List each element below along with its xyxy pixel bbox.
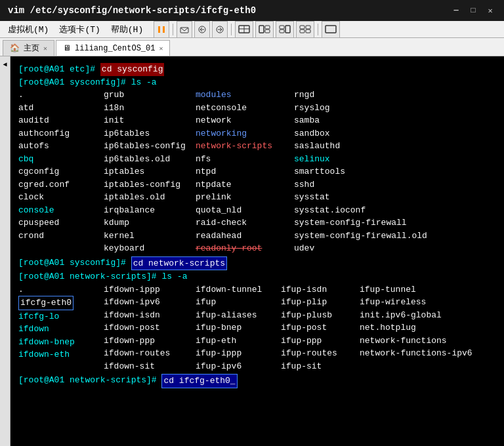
file-col-2: grub i18n init ip6tables ip6tables-confi… [104,89,196,255]
svg-rect-16 [300,26,304,29]
file-col-1: . atd auditd authconfig autofs cbq cgcon… [18,89,104,255]
network-scripts-listing: . ifcfg-eth0 ifcfg-lo ifdown ifdown-bnep… [18,283,496,373]
home-icon: 🏠 [10,43,20,53]
cmd-5: cd ifcfg-eth0_ [161,374,237,388]
ns-col-5: ifup-tunnel ifup-wireless init.ipv6-glob… [360,283,472,373]
svg-rect-20 [326,26,336,33]
svg-rect-1 [163,26,165,33]
file-col-3: modules netconsole network networking ne… [196,89,294,255]
ns-col-3: ifdown-tunnel ifup ifup-aliases ifup-bne… [196,283,281,373]
vm-icon: 🖥 [63,43,71,53]
minimize-button[interactable]: — [450,5,462,16]
menu-bar: 虚拟机(M) 选项卡(T) 帮助(H) [0,21,504,38]
cmd-3: cd network-scripts [131,256,227,271]
prompt-5: [root@A01 network-scripts]# [18,374,161,388]
svg-rect-13 [280,26,284,29]
terminal-line-3: [root@A01 sysconfig]# cd network-scripts [18,256,496,271]
svg-rect-18 [300,30,304,33]
menu-tab[interactable]: 选项卡(T) [54,22,105,37]
toolbar-fullscreen-btn[interactable] [322,21,340,38]
tab-vm-label: liliang_CentOS_01 [75,44,155,53]
svg-rect-11 [265,26,270,29]
terminal[interactable]: [root@A01 etc]# cd sysconfig [root@A01 s… [10,56,504,446]
toolbar-screen3-btn[interactable] [276,21,294,38]
tab-home-label: 主页 [24,43,39,54]
tab-home[interactable]: 🏠 主页 ✕ [3,40,54,56]
title-text: vim /etc/sysconfig/network-scripts/ifcfg… [8,5,450,16]
sidebar-toggle[interactable]: ◀ [0,56,10,446]
title-bar: vim /etc/sysconfig/network-scripts/ifcfg… [0,0,504,21]
terminal-line-4: [root@A01 network-scripts]# ls -a [18,270,496,283]
toolbar-screen2-btn[interactable] [255,21,274,38]
close-button[interactable]: ✕ [484,5,496,16]
svg-rect-19 [306,30,310,33]
cmd-1: cd sysconfig [100,63,165,76]
menu-help[interactable]: 帮助(H) [106,22,148,37]
file-col-4: rngd rsyslog samba sandbox saslauthd sel… [294,89,427,255]
ifcfg-eth0-item: ifcfg-eth0 [18,296,74,310]
tab-vm[interactable]: 🖥 liliang_CentOS_01 ✕ [56,40,170,56]
toolbar-screen1-btn[interactable] [235,21,253,38]
file-listing: . atd auditd authconfig autofs cbq cgcon… [18,89,496,255]
terminal-line-5: [root@A01 network-scripts]# cd ifcfg-eth… [18,374,496,388]
main-content: ◀ [root@A01 etc]# cd sysconfig [root@A01… [0,56,504,446]
app-window: 虚拟机(M) 选项卡(T) 帮助(H) [0,21,504,446]
svg-rect-0 [158,26,160,33]
prompt-1: [root@A01 etc]# [18,63,100,76]
window-controls: — □ ✕ [450,5,496,16]
tab-vm-close[interactable]: ✕ [159,45,163,52]
svg-rect-10 [259,26,264,33]
toolbar-fwd-btn[interactable] [212,21,228,38]
toolbar-back-btn[interactable] [194,21,210,38]
toolbar-screen4-btn[interactable] [296,21,314,38]
svg-rect-17 [306,26,310,29]
toolbar-send-btn[interactable] [177,21,192,38]
menu-vmachine[interactable]: 虚拟机(M) [3,22,54,37]
prompt-2: [root@A01 sysconfig]# ls -a [18,76,157,89]
tab-bar: 🏠 主页 ✕ 🖥 liliang_CentOS_01 ✕ [0,38,504,56]
prompt-4: [root@A01 network-scripts]# ls -a [18,270,187,283]
maximize-button[interactable]: □ [467,5,479,16]
ns-col-1: . ifcfg-eth0 ifcfg-lo ifdown ifdown-bnep… [18,283,104,373]
toolbar-pause-btn[interactable] [154,21,169,38]
ns-col-2: ifdown-ippp ifdown-ipv6 ifdown-isdn ifdo… [104,283,196,373]
svg-rect-14 [280,30,284,33]
ns-col-4: ifup-isdn ifup-plip ifup-plusb ifup-post… [281,283,360,373]
terminal-line-1: [root@A01 etc]# cd sysconfig [18,63,496,76]
terminal-line-2: [root@A01 sysconfig]# ls -a [18,76,496,89]
tab-home-close[interactable]: ✕ [43,45,47,52]
prompt-3: [root@A01 sysconfig]# [18,256,131,271]
svg-rect-12 [265,30,270,33]
svg-rect-15 [285,26,290,33]
